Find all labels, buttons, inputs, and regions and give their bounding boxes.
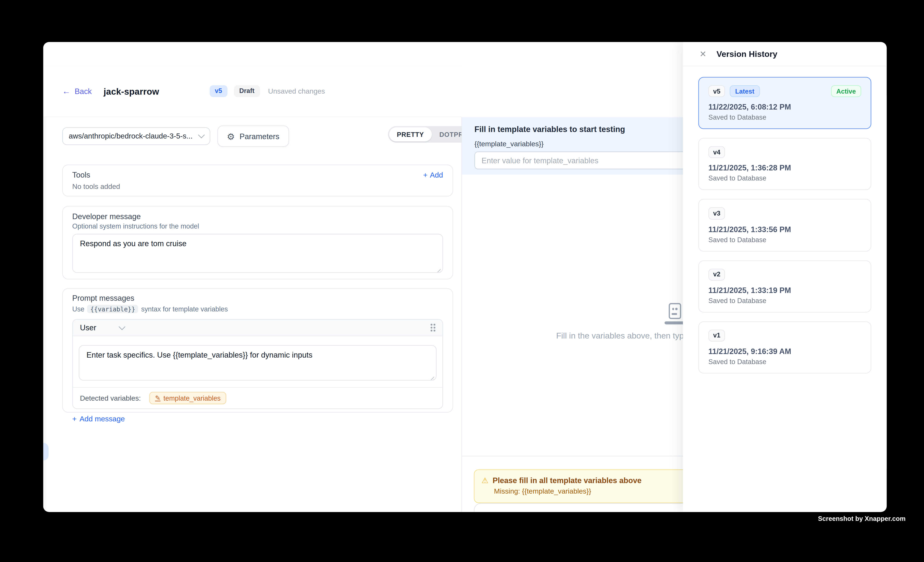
back-arrow-icon: ←: [62, 87, 70, 95]
model-toolbar: aws/anthropic/bedrock-claude-3-5-s... ⚙ …: [62, 126, 289, 147]
close-icon[interactable]: ✕: [699, 50, 706, 58]
add-message-button[interactable]: + Add message: [72, 415, 443, 423]
version-card-v3[interactable]: v3 11/21/2025, 1:33:56 PM Saved to Datab…: [698, 199, 871, 251]
role-select[interactable]: User: [80, 323, 96, 332]
developer-message-card: Developer message Optional system instru…: [62, 206, 453, 280]
syntax-prefix: Use: [72, 305, 84, 312]
version-history-panel: ✕ Version History v5 Latest Active 11/22…: [683, 42, 886, 512]
tools-title: Tools: [72, 170, 90, 179]
detected-variables-row: Detected variables: ✎ template_variables: [73, 387, 442, 409]
developer-message-textarea[interactable]: Respond as you are tom cruise: [72, 234, 443, 273]
drag-handle-icon[interactable]: [431, 324, 435, 332]
syntax-suffix: syntax for template variables: [141, 305, 228, 312]
tools-card: Tools + Add No tools added: [62, 164, 453, 196]
add-tool-button[interactable]: + Add: [423, 171, 443, 179]
version-date: 11/21/2025, 1:33:56 PM: [708, 225, 861, 233]
message-block: User Enter task specifics. Use {{templat…: [72, 319, 443, 409]
detected-variables-label: Detected variables:: [80, 394, 141, 402]
robot-icon: [664, 303, 683, 324]
version-number-badge: v5: [708, 85, 725, 97]
chevron-down-icon: [198, 132, 205, 138]
chevron-down-icon[interactable]: [119, 323, 126, 330]
app-window: ← Back jack-sparrow v5 Draft Unsaved cha…: [43, 42, 886, 512]
pencil-icon: ✎: [155, 394, 160, 402]
message-textarea-wrap: Enter task specifics. Use {{template_var…: [79, 345, 436, 383]
version-card-v2[interactable]: v2 11/21/2025, 1:33:19 PM Saved to Datab…: [698, 260, 871, 312]
version-card-v5[interactable]: v5 Latest Active 11/22/2025, 6:08:12 PM …: [698, 77, 871, 129]
draft-badge: Draft: [234, 85, 260, 97]
tools-empty-text: No tools added: [72, 182, 443, 191]
add-tool-label: Add: [430, 171, 443, 179]
version-date: 11/21/2025, 9:16:39 AM: [708, 347, 861, 356]
warning-missing-text: Missing: {{template_variables}}: [494, 487, 683, 495]
empty-state-text: Fill in the variables above, then typ: [556, 331, 683, 341]
latest-badge: Latest: [730, 85, 760, 97]
unsaved-changes-label: Unsaved changes: [268, 87, 325, 95]
version-number-badge: v1: [708, 329, 725, 341]
model-select-value: aws/anthropic/bedrock-claude-3-5-s...: [69, 132, 195, 140]
warning-title: Please fill in all template variables ab…: [493, 476, 642, 485]
version-date: 11/21/2025, 1:36:28 PM: [708, 164, 861, 172]
add-message-label: Add message: [80, 415, 125, 423]
developer-message-subtitle: Optional system instructions for the mod…: [72, 223, 443, 230]
panel-divider: [461, 117, 462, 512]
version-date: 11/21/2025, 1:33:19 PM: [708, 286, 861, 294]
template-variable-name: template_variables: [164, 395, 220, 402]
message-header: User: [73, 320, 442, 336]
chat-input[interactable]: [474, 503, 683, 512]
page-title: jack-sparrow: [104, 86, 159, 96]
developer-message-title: Developer message: [72, 212, 443, 221]
version-number-badge: v4: [708, 146, 725, 158]
watermark-text: Screenshot by Xnapper.com: [818, 515, 906, 522]
variable-syntax-chip: {{variable}}: [87, 305, 138, 313]
test-panel-divider: [461, 456, 683, 456]
back-label: Back: [75, 87, 92, 96]
plus-icon: +: [423, 171, 428, 179]
prompt-messages-title: Prompt messages: [72, 294, 443, 302]
developer-message-textarea-wrap: Respond as you are tom cruise: [72, 234, 443, 275]
prompt-messages-card: Prompt messages Use {{variable}} syntax …: [62, 288, 453, 413]
version-badge: v5: [209, 85, 227, 97]
prompt-syntax-hint: Use {{variable}} syntax for template var…: [72, 305, 443, 313]
gear-icon: ⚙: [227, 132, 235, 140]
version-status: Saved to Database: [708, 114, 861, 121]
version-date: 11/22/2025, 6:08:12 PM: [708, 102, 861, 111]
message-textarea[interactable]: Enter task specifics. Use {{template_var…: [79, 345, 436, 380]
version-status: Saved to Database: [708, 358, 861, 365]
template-variable-label: {{template_variables}}: [474, 140, 683, 148]
active-badge: Active: [831, 85, 861, 97]
version-history-title: Version History: [717, 49, 777, 58]
template-variable-chip[interactable]: ✎ template_variables: [149, 392, 226, 404]
toggle-pretty[interactable]: PRETTY: [389, 127, 432, 142]
header-badges: v5 Draft: [209, 85, 260, 97]
test-panel: Fill in template variables to start test…: [461, 66, 683, 512]
template-variable-input[interactable]: [474, 151, 683, 169]
version-number-badge: v3: [708, 207, 725, 219]
version-card-v1[interactable]: v1 11/21/2025, 9:16:39 AM Saved to Datab…: [698, 321, 871, 374]
version-card-v4[interactable]: v4 11/21/2025, 1:36:28 PM Saved to Datab…: [698, 138, 871, 190]
version-number-badge: v2: [708, 268, 725, 280]
parameters-label: Parameters: [240, 132, 279, 140]
version-history-header: ✕ Version History: [683, 42, 886, 66]
template-variables-banner: Fill in template variables to start test…: [461, 117, 683, 175]
banner-title: Fill in template variables to start test…: [474, 125, 683, 134]
version-list: v5 Latest Active 11/22/2025, 6:08:12 PM …: [698, 77, 871, 374]
version-status: Saved to Database: [708, 236, 861, 243]
model-select[interactable]: aws/anthropic/bedrock-claude-3-5-s...: [62, 127, 210, 145]
back-button[interactable]: ← Back: [62, 87, 92, 96]
version-status: Saved to Database: [708, 297, 861, 304]
parameters-button[interactable]: ⚙ Parameters: [218, 126, 289, 147]
warning-banner: ⚠ Please fill in all template variables …: [474, 469, 683, 503]
warning-icon: ⚠: [482, 477, 489, 484]
docked-indicator: [43, 443, 48, 460]
plus-icon: +: [72, 415, 76, 423]
version-status: Saved to Database: [708, 175, 861, 182]
message-body: Enter task specifics. Use {{template_var…: [73, 336, 442, 387]
